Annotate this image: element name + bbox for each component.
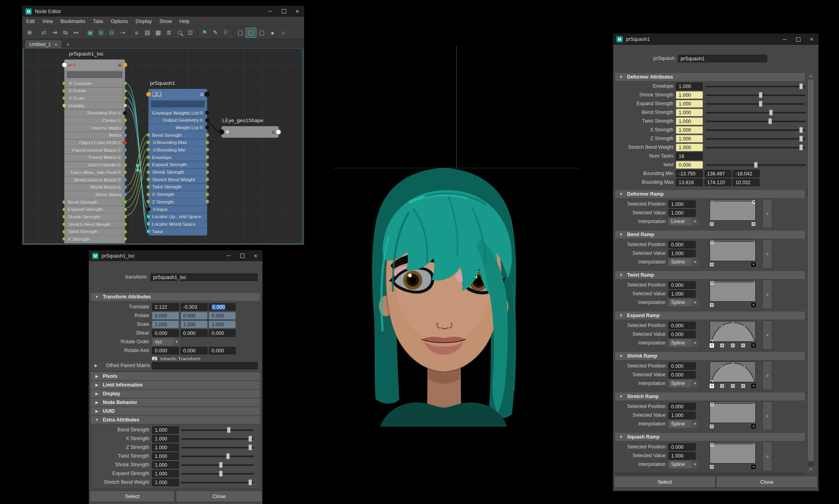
state-icon[interactable]: ○: [278, 28, 289, 38]
translate-z-field[interactable]: 0.000: [209, 303, 236, 311]
chevron-down-icon[interactable]: ▼: [691, 461, 699, 468]
stretch-bend-weight-slider[interactable]: [706, 147, 806, 148]
twist-ramp-marker-1[interactable]: ✕: [751, 303, 756, 307]
slider-handle[interactable]: [219, 462, 223, 468]
minimize-button[interactable]: [264, 6, 277, 17]
output-port[interactable]: [205, 133, 209, 137]
expand-ramp-selected-value-field[interactable]: 0.000: [668, 331, 696, 338]
remove-from-graph-icon[interactable]: ⊟: [106, 28, 117, 38]
expand-icon[interactable]: ⊞: [117, 163, 121, 167]
expand-ramp-marker-4[interactable]: ✕: [751, 343, 756, 348]
expand-icon[interactable]: ⊞: [117, 148, 121, 152]
node-prsquash1[interactable]: ❏❏ ≡ Envelope Weights List⊞Output Geomet…: [148, 89, 207, 236]
input-port[interactable]: [146, 185, 150, 189]
node-menu-icon[interactable]: ≡: [118, 62, 121, 68]
output-port[interactable]: [205, 192, 209, 196]
expand-icon[interactable]: ⊞: [153, 207, 156, 212]
input-port[interactable]: [146, 207, 150, 211]
maximize-button[interactable]: [791, 34, 805, 45]
chevron-down-icon[interactable]: ▼: [691, 339, 699, 347]
node-attr-inverse-matrix[interactable]: Inverse Matrix: [64, 125, 125, 131]
slider-handle[interactable]: [227, 427, 231, 433]
node-attr-translate[interactable]: ⊞Translate: [64, 80, 125, 87]
expand-icon[interactable]: ⊞: [117, 119, 121, 123]
shrink-ramp-marker-4[interactable]: ✕: [751, 384, 756, 388]
chevron-down-icon[interactable]: ▼: [691, 380, 699, 387]
slider-handle[interactable]: [248, 444, 252, 450]
expand-icon[interactable]: ⊞: [153, 140, 156, 145]
output-port[interactable]: [123, 200, 127, 204]
node-rename-field[interactable]: [148, 100, 207, 110]
input-port[interactable]: [62, 215, 66, 219]
output-port[interactable]: [205, 111, 209, 115]
node-attr-select-handle[interactable]: Select Handle⊞: [64, 162, 125, 169]
envelope-slider[interactable]: [706, 86, 806, 87]
chevron-down-icon[interactable]: ▼: [173, 338, 180, 346]
z-strength-field[interactable]: 1.000: [152, 444, 179, 451]
pop-out-icon[interactable]: ⊡: [185, 28, 196, 38]
menu-options[interactable]: Options: [111, 19, 128, 24]
node-attr-xform-matrix[interactable]: Xform Matrix: [64, 191, 125, 198]
close-button[interactable]: Close: [716, 476, 818, 488]
node-attr-input[interactable]: ⊞Input: [148, 206, 207, 213]
expand-ramp-selected-position-field[interactable]: 0.000: [668, 322, 696, 329]
output-port[interactable]: [123, 222, 127, 226]
grid-layout-a-icon[interactable]: ▢: [235, 28, 246, 38]
translate-y-field[interactable]: -0.303: [181, 303, 208, 311]
section-limit-information[interactable]: ▶Limit Information: [91, 381, 260, 389]
scale-z-field[interactable]: 1.000: [209, 321, 236, 328]
output-port[interactable]: [205, 170, 209, 174]
sync-selection-icon[interactable]: ⇄: [38, 28, 49, 38]
shrink-ramp-selected-value-field[interactable]: 0.000: [668, 371, 696, 379]
twist-ramp-interpolation-dropdown[interactable]: Spline▼: [668, 299, 699, 306]
section-squash-ramp[interactable]: ▼Squash Ramp: [615, 433, 805, 441]
z-strength-slider[interactable]: [706, 138, 806, 140]
slider-handle[interactable]: [219, 471, 223, 477]
deformer-window-titlebar[interactable]: M prSquash1 ✕: [613, 34, 818, 45]
expand-ramp-marker-3[interactable]: ✕: [741, 343, 745, 348]
x-strength-field[interactable]: 1.000: [152, 435, 179, 442]
expand-icon[interactable]: ⊞: [69, 96, 72, 100]
stretch-bend-weight-field[interactable]: 1.000: [676, 144, 703, 151]
output-port[interactable]: [205, 177, 209, 181]
transform-name-field[interactable]: prSquash1_loc: [150, 273, 258, 281]
x-strength-slider[interactable]: [706, 129, 806, 131]
input-port[interactable]: [62, 104, 66, 108]
expand-icon[interactable]: ⊞: [200, 118, 203, 123]
node-attr-twist[interactable]: Twist: [148, 228, 207, 235]
section-pivots[interactable]: ▶Pivots: [91, 372, 260, 380]
output-port[interactable]: [123, 133, 127, 137]
bookmark-edit-icon[interactable]: ✎: [210, 28, 221, 38]
node-attr-bend-strength[interactable]: Bend Strength: [64, 199, 125, 206]
input-port[interactable]: [146, 140, 150, 144]
maximize-button[interactable]: [277, 6, 291, 17]
bounding-min-y-field[interactable]: 136.497: [704, 170, 731, 177]
input-port[interactable]: [62, 200, 66, 204]
menu-show[interactable]: Show: [159, 19, 171, 24]
deformer-ramp-marker-1[interactable]: ✕: [751, 222, 756, 226]
shear-z-field[interactable]: 0.000: [209, 329, 236, 337]
create-node-icon[interactable]: ⊕: [24, 28, 35, 38]
deformer-ramp-expand-button[interactable]: >: [762, 199, 772, 228]
node-attr-stretch-bend-weight[interactable]: Stretch Bend Weight: [64, 221, 125, 228]
node-menu-icon[interactable]: ≡: [271, 129, 275, 135]
node-attr-envelope[interactable]: Envelope: [148, 154, 207, 161]
slider-handle[interactable]: [799, 136, 803, 142]
stretch-ramp-expand-button[interactable]: >: [762, 401, 772, 431]
chevron-down-icon[interactable]: ▼: [691, 299, 699, 306]
x-strength-field[interactable]: 1.000: [676, 126, 703, 134]
stretch-ramp-preview[interactable]: [710, 402, 756, 423]
scroll-thumb[interactable]: [808, 79, 814, 461]
input-port[interactable]: [62, 237, 66, 241]
twist-ramp-selected-position-field[interactable]: 0.000: [668, 281, 696, 289]
minimize-button[interactable]: [778, 34, 791, 45]
node-prsquash1-loc[interactable]: ▰➔ ≡ ⊞Translate⊞Rotate⊞ScaleVisibilityBo…: [64, 60, 125, 244]
section-uuid[interactable]: ▶UUID: [91, 407, 260, 415]
slider-handle[interactable]: [768, 118, 772, 124]
stretch-ramp-selected-position-field[interactable]: 0.000: [668, 403, 696, 410]
node-leye-geo1shape[interactable]: ❖ ≡: [221, 126, 279, 138]
shrink-ramp-marker-0[interactable]: ✕: [710, 384, 714, 388]
node-menu-icon[interactable]: ≡: [200, 91, 204, 97]
node-output-port[interactable]: [276, 129, 281, 135]
deformer-ramp-marker-0[interactable]: ✕: [710, 222, 714, 226]
